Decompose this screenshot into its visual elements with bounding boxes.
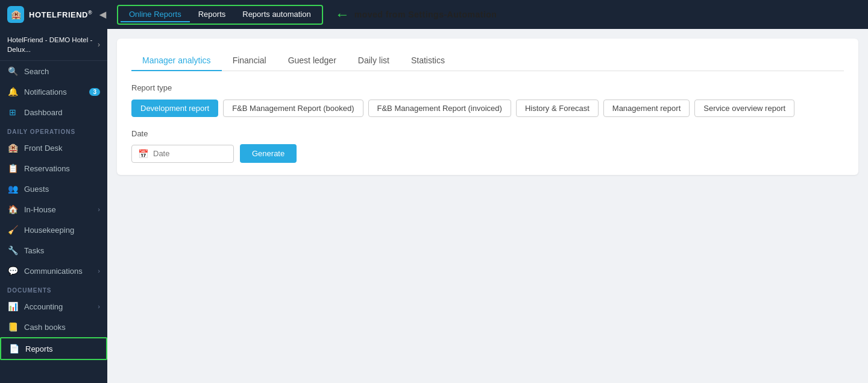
date-row: 📅 Generate bbox=[131, 144, 844, 163]
reports-icon: 📄 bbox=[8, 344, 19, 353]
tab-online-reports[interactable]: Online Reports bbox=[121, 7, 190, 22]
communications-icon: 💬 bbox=[7, 266, 18, 276]
dashboard-label: Dashboard bbox=[24, 108, 100, 117]
generate-button[interactable]: Generate bbox=[240, 144, 297, 163]
communications-arrow-icon: › bbox=[98, 267, 100, 274]
hotel-info[interactable]: HotelFriend - DEMO Hotel - Delux... › bbox=[0, 29, 107, 61]
cash-books-label: Cash books bbox=[24, 323, 100, 332]
btn-history-forecast[interactable]: History & Forecast bbox=[516, 100, 599, 117]
tab-manager-analytics[interactable]: Manager analytics bbox=[131, 51, 222, 71]
sidebar-item-accounting[interactable]: 📊 Accounting › bbox=[0, 296, 107, 317]
communications-label: Communications bbox=[24, 267, 92, 276]
sidebar-item-dashboard[interactable]: ⊞ Dashboard bbox=[0, 102, 107, 122]
annotation: ← moved from Settings-Automation bbox=[335, 6, 497, 23]
guests-label: Guests bbox=[24, 185, 100, 194]
tab-financial[interactable]: Financial bbox=[222, 51, 277, 71]
notifications-badge: 3 bbox=[89, 88, 100, 96]
content-area: Manager analytics Financial Guest ledger… bbox=[107, 29, 868, 383]
tasks-icon: 🔧 bbox=[7, 245, 18, 255]
date-input-wrapper[interactable]: 📅 bbox=[131, 145, 234, 163]
logo-icon: 🏨 bbox=[7, 6, 24, 23]
sidebar-item-tasks[interactable]: 🔧 Tasks bbox=[0, 240, 107, 261]
guests-icon: 👥 bbox=[7, 184, 18, 194]
sidebar-item-search[interactable]: 🔍 Search bbox=[0, 61, 107, 81]
cash-books-icon: 📒 bbox=[7, 322, 18, 332]
btn-fb-management-invoiced[interactable]: F&B Management Report (invoiced) bbox=[368, 100, 511, 117]
hotel-name: HotelFriend - DEMO Hotel - Delux... bbox=[7, 35, 98, 54]
sidebar-item-in-house[interactable]: 🏠 In-House › bbox=[0, 199, 107, 220]
calendar-icon: 📅 bbox=[138, 149, 148, 159]
main-card: Manager analytics Financial Guest ledger… bbox=[117, 39, 858, 175]
top-nav-tabs: Online Reports Reports Reports automatio… bbox=[117, 5, 323, 25]
tab-reports-automation[interactable]: Reports automation bbox=[234, 7, 319, 22]
sidebar-item-reservations[interactable]: 📋 Reservations bbox=[0, 158, 107, 179]
hotel-info-arrow-icon: › bbox=[98, 40, 100, 49]
sidebar: HotelFriend - DEMO Hotel - Delux... › 🔍 … bbox=[0, 29, 107, 383]
search-icon: 🔍 bbox=[7, 66, 18, 76]
sidebar-item-cash-books[interactable]: 📒 Cash books bbox=[0, 317, 107, 337]
notifications-label: Notifications bbox=[24, 87, 83, 97]
documents-section-label: DOCUMENTS bbox=[0, 281, 107, 296]
card-tabs: Manager analytics Financial Guest ledger… bbox=[131, 51, 844, 71]
btn-development-report[interactable]: Development report bbox=[131, 100, 218, 117]
btn-fb-management-booked[interactable]: F&B Management Report (booked) bbox=[223, 100, 363, 117]
btn-service-overview-report[interactable]: Service overview report bbox=[694, 100, 794, 117]
report-type-buttons: Development report F&B Management Report… bbox=[131, 100, 844, 117]
sidebar-item-notifications[interactable]: 🔔 Notifications 3 bbox=[0, 81, 107, 102]
sidebar-item-front-desk[interactable]: 🏨 Front Desk bbox=[0, 138, 107, 158]
bell-icon: 🔔 bbox=[7, 87, 18, 97]
housekeeping-label: Housekeeping bbox=[24, 226, 100, 235]
tab-reports[interactable]: Reports bbox=[190, 7, 234, 22]
accounting-label: Accounting bbox=[24, 302, 92, 311]
housekeeping-icon: 🧹 bbox=[7, 225, 18, 235]
sidebar-item-guests[interactable]: 👥 Guests bbox=[0, 179, 107, 199]
accounting-arrow-icon: › bbox=[98, 303, 100, 310]
green-arrow-icon: ← bbox=[335, 6, 350, 23]
tab-statistics[interactable]: Statistics bbox=[400, 51, 456, 71]
front-desk-icon: 🏨 bbox=[7, 143, 18, 153]
date-label: Date bbox=[131, 129, 844, 138]
logo-area: 🏨 HOTELFRIEND® ◀ bbox=[7, 6, 110, 23]
front-desk-label: Front Desk bbox=[24, 144, 100, 153]
date-input[interactable] bbox=[153, 149, 227, 158]
tab-guest-ledger[interactable]: Guest ledger bbox=[277, 51, 347, 71]
accounting-icon: 📊 bbox=[7, 302, 18, 311]
date-section: Date 📅 Generate bbox=[131, 129, 844, 163]
annotation-text: moved from Settings-Automation bbox=[354, 10, 497, 19]
logo-text: HOTELFRIEND® bbox=[29, 10, 92, 19]
tab-daily-list[interactable]: Daily list bbox=[347, 51, 400, 71]
reservations-label: Reservations bbox=[24, 164, 100, 173]
in-house-label: In-House bbox=[24, 205, 92, 214]
daily-ops-section-label: DAILY OPERATIONS bbox=[0, 122, 107, 138]
top-bar: 🏨 HOTELFRIEND® ◀ Online Reports Reports … bbox=[0, 0, 868, 29]
sidebar-item-reports[interactable]: 📄 Reports bbox=[0, 337, 107, 360]
sidebar-item-communications[interactable]: 💬 Communications › bbox=[0, 261, 107, 281]
search-label: Search bbox=[24, 67, 100, 76]
report-type-label: Report type bbox=[131, 83, 844, 92]
reservations-icon: 📋 bbox=[7, 163, 18, 173]
main-layout: HotelFriend - DEMO Hotel - Delux... › 🔍 … bbox=[0, 29, 868, 383]
btn-management-report[interactable]: Management report bbox=[603, 100, 690, 117]
sidebar-item-housekeeping[interactable]: 🧹 Housekeeping bbox=[0, 220, 107, 240]
tasks-label: Tasks bbox=[24, 246, 100, 255]
reports-label: Reports bbox=[25, 344, 99, 353]
in-house-icon: 🏠 bbox=[7, 204, 18, 214]
dashboard-icon: ⊞ bbox=[7, 107, 18, 117]
collapse-button[interactable]: ◀ bbox=[99, 10, 106, 19]
in-house-arrow-icon: › bbox=[98, 206, 100, 213]
